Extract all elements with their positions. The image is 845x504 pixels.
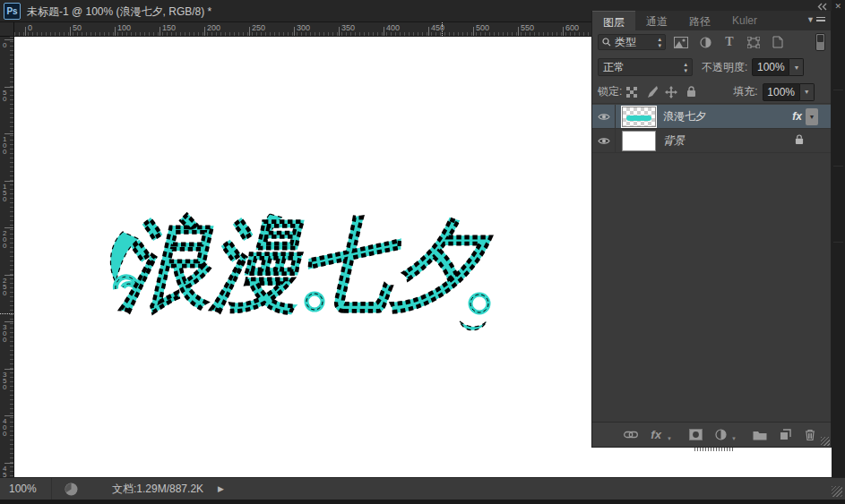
document-profile-icon xyxy=(65,483,78,496)
type-layer-filter-icon[interactable]: T xyxy=(720,34,738,50)
visibility-eye-icon[interactable] xyxy=(592,129,616,152)
visibility-eye-icon[interactable] xyxy=(592,105,616,128)
panel-dock-strip[interactable] xyxy=(832,0,845,500)
ruler-major-tick xyxy=(204,27,205,36)
ruler-major-tick xyxy=(518,27,519,36)
ruler-label: 300 xyxy=(297,23,310,32)
lock-all-icon[interactable] xyxy=(681,84,701,100)
ruler-label: 250 xyxy=(252,23,265,32)
ruler-label: 400 xyxy=(386,23,400,32)
layer-filter-row: 类型 ▴▾ T xyxy=(592,30,831,54)
adjustment-layer-icon[interactable] xyxy=(712,428,729,442)
background-lock-icon xyxy=(795,134,804,145)
new-group-icon[interactable] xyxy=(752,428,768,442)
ruler-origin-corner[interactable] xyxy=(0,22,14,37)
dock-separator xyxy=(833,242,843,243)
tab-channels[interactable]: 通道 xyxy=(635,11,678,30)
filter-kind-dropdown[interactable]: 类型 ▴▾ xyxy=(598,34,666,50)
lock-transparency-icon[interactable] xyxy=(622,84,642,100)
window-bottom-edge xyxy=(0,500,845,504)
panel-resize-grip[interactable] xyxy=(821,437,830,446)
layer-row-background[interactable]: 背景 xyxy=(592,129,831,153)
ruler-minor-ticks xyxy=(10,37,13,477)
ruler-label: 0 xyxy=(3,42,6,48)
ruler-label: 100 xyxy=(117,23,131,32)
lock-pixels-icon[interactable] xyxy=(642,84,661,100)
artwork-text-selection[interactable]: 浪漫七夕 xyxy=(103,196,497,337)
ruler-major-tick xyxy=(4,87,13,88)
ruler-major-tick xyxy=(70,27,71,36)
shape-layer-filter-icon[interactable] xyxy=(745,34,763,50)
layer-name[interactable]: 背景 xyxy=(663,133,685,149)
horizontal-ruler[interactable]: 050100150200250300350400450500550600 xyxy=(14,22,591,37)
tab-layers[interactable]: 图层 xyxy=(592,11,635,30)
ruler-label: 450 xyxy=(431,23,444,32)
ruler-major-tick xyxy=(4,181,13,182)
ruler-cursor-mark xyxy=(0,313,13,314)
ruler-label: 1 0 0 xyxy=(3,136,6,155)
fill-dropdown-arrow-icon[interactable]: ▼ xyxy=(800,83,815,101)
collapse-panels-icon[interactable] xyxy=(817,3,827,11)
window-resize-grip[interactable] xyxy=(832,486,842,497)
opacity-input[interactable]: 100% xyxy=(752,58,789,76)
fx-expand-chevron-icon[interactable]: ▼ xyxy=(806,108,818,125)
ruler-label: 0 xyxy=(28,23,32,32)
close-icon[interactable]: ✕ xyxy=(834,2,841,11)
filter-toggle-switch[interactable] xyxy=(815,33,825,51)
ruler-major-tick xyxy=(4,133,13,134)
ruler-label: 2 5 0 xyxy=(3,278,6,296)
artwork-text-glyphs: 浪漫七夕 xyxy=(117,209,493,321)
fill-label: 填充: xyxy=(733,84,757,99)
document-title: 未标题-1 @ 100% (浪漫七夕, RGB/8) * xyxy=(27,4,211,20)
ruler-minor-ticks xyxy=(14,32,591,36)
ruler-label: 200 xyxy=(207,23,220,32)
layer-mask-icon[interactable] xyxy=(687,428,703,442)
ruler-label: 3 0 0 xyxy=(3,324,6,343)
layer-thumbnail[interactable] xyxy=(622,107,656,127)
layers-panel: 图层 通道 路径 Kuler ▼ 类型 ▴▾ T 正常 ▴▾ 不透明度: xyxy=(591,11,832,448)
layer-style-fx-icon[interactable]: fx xyxy=(648,428,664,442)
adjustment-layer-filter-icon[interactable] xyxy=(696,34,714,50)
updown-arrows-icon: ▴▾ xyxy=(658,36,661,48)
opacity-dropdown-arrow-icon[interactable]: ▼ xyxy=(789,58,804,76)
document-size-info: 文档:1.29M/887.2K xyxy=(112,482,203,497)
tab-kuler[interactable]: Kuler xyxy=(721,11,768,30)
ruler-major-tick xyxy=(249,27,250,36)
delete-layer-icon[interactable] xyxy=(802,428,818,442)
ruler-major-tick xyxy=(115,27,116,36)
ruler-major-tick xyxy=(473,27,474,36)
status-flyout-arrow-icon[interactable]: ▶ xyxy=(218,484,224,493)
vertical-ruler[interactable]: 05 01 0 01 5 02 0 02 5 03 0 03 5 04 0 04… xyxy=(0,37,14,477)
layer-thumbnail[interactable] xyxy=(622,131,656,151)
photoshop-logo: Ps xyxy=(4,3,21,20)
ruler-label: 4 5 0 xyxy=(3,466,6,478)
tab-paths[interactable]: 路径 xyxy=(678,11,721,30)
fill-input[interactable]: 100% xyxy=(763,83,800,101)
ruler-major-tick xyxy=(339,27,340,36)
ruler-label: 5 0 xyxy=(3,90,6,102)
zoom-level-input[interactable]: 100% xyxy=(0,478,52,500)
ruler-label: 550 xyxy=(521,23,534,32)
ruler-label: 600 xyxy=(565,23,579,32)
panel-menu-icon[interactable]: ▼ xyxy=(806,15,825,24)
ruler-major-tick xyxy=(4,275,13,276)
blend-mode-dropdown[interactable]: 正常 ▴▾ xyxy=(598,58,693,76)
lock-row: 锁定: 填充: 100% ▼ xyxy=(592,81,831,104)
new-layer-icon[interactable] xyxy=(777,428,793,442)
pixel-layer-filter-icon[interactable] xyxy=(672,34,690,50)
layer-name[interactable]: 浪漫七夕 xyxy=(663,109,706,124)
lock-position-icon[interactable] xyxy=(661,84,681,100)
ruler-label: 50 xyxy=(73,23,82,32)
ruler-major-tick xyxy=(428,27,429,36)
ruler-label: 350 xyxy=(341,23,355,32)
blend-mode-value: 正常 xyxy=(603,60,625,75)
ruler-major-tick xyxy=(25,27,26,36)
layer-fx-badge[interactable]: fx xyxy=(792,110,802,123)
smart-object-filter-icon[interactable] xyxy=(769,34,787,50)
link-layers-icon[interactable] xyxy=(623,428,639,442)
layer-row-langman-qixi[interactable]: 浪漫七夕 fx ▼ xyxy=(592,105,831,129)
panel-drag-grip[interactable] xyxy=(694,448,734,451)
dock-separator xyxy=(833,166,843,167)
ruler-major-tick xyxy=(4,415,13,416)
ruler-label: 4 0 0 xyxy=(3,418,6,437)
